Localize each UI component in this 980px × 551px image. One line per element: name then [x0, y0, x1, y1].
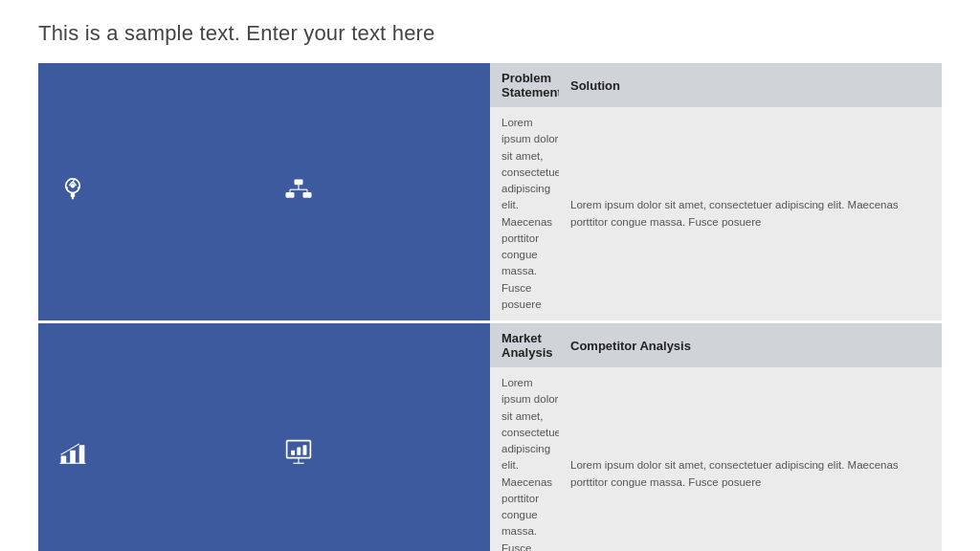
svg-rect-20 — [303, 445, 307, 455]
chart-presentation-icon — [281, 435, 316, 470]
content-solution: Lorem ipsum dolor sit amet, consectetuer… — [559, 107, 942, 320]
content-competitor: Lorem ipsum dolor sit amet, consectetuer… — [559, 367, 942, 551]
brain-icon — [56, 175, 90, 209]
svg-rect-14 — [70, 450, 76, 463]
content-problem: Lorem ipsum dolor sit amet, consectetuer… — [490, 107, 559, 320]
content-market: Lorem ipsum dolor sit amet, consectetuer… — [490, 367, 559, 551]
header-problem: Problem Statement — [490, 63, 559, 107]
header-solution: Solution — [559, 63, 942, 107]
icon-cell-chart — [38, 323, 107, 551]
svg-rect-6 — [295, 179, 303, 185]
icon-cell-brain — [38, 63, 107, 320]
svg-rect-1 — [71, 192, 76, 197]
svg-rect-7 — [286, 192, 295, 198]
svg-line-5 — [73, 180, 75, 182]
grid-table: Problem Statement Solution Lorem ipsum d… — [38, 63, 942, 551]
chart-bar-icon — [56, 435, 90, 470]
main-content: This is a sample text. Enter your text h… — [0, 0, 980, 551]
svg-rect-13 — [61, 455, 67, 463]
svg-rect-2 — [72, 197, 74, 199]
page-title: This is a sample text. Enter your text h… — [38, 21, 942, 46]
header-market: Market Analysis — [490, 323, 559, 367]
svg-rect-18 — [291, 450, 295, 454]
header-competitor: Competitor Analysis — [559, 323, 942, 367]
svg-point-3 — [71, 184, 76, 188]
icon-cell-hierarchy — [107, 63, 490, 320]
svg-rect-8 — [303, 192, 312, 198]
svg-rect-19 — [297, 447, 301, 454]
hierarchy-icon — [281, 175, 316, 209]
svg-rect-15 — [79, 445, 85, 463]
icon-cell-chart-pres — [107, 323, 490, 551]
